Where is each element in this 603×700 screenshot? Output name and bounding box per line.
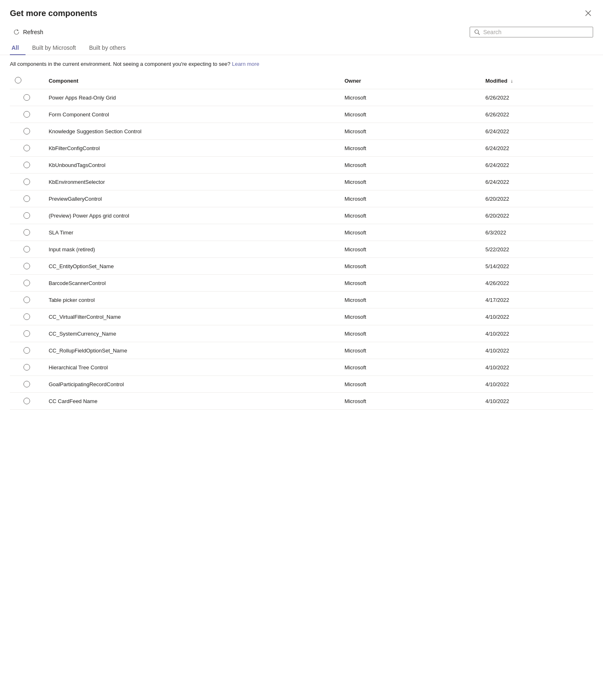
row-checkbox[interactable] xyxy=(23,229,30,236)
owner-cell: Microsoft xyxy=(340,207,480,224)
component-name-cell: CC_RollupFieldOptionSet_Name xyxy=(44,342,340,359)
row-checkbox-cell xyxy=(10,207,44,224)
row-checkbox[interactable] xyxy=(23,297,30,303)
row-checkbox-cell xyxy=(10,157,44,174)
table-row: (Preview) Power Apps grid control Micros… xyxy=(10,207,593,224)
row-checkbox[interactable] xyxy=(23,212,30,219)
svg-line-1 xyxy=(478,33,480,35)
tabs-container: All Built by Microsoft Built by others xyxy=(0,41,603,55)
table-row: Table picker control Microsoft 4/17/2022 xyxy=(10,292,593,308)
table-row: Input mask (retired) Microsoft 5/22/2022 xyxy=(10,241,593,258)
table-row: Hierarchical Tree Control Microsoft 4/10… xyxy=(10,359,593,376)
modified-cell: 4/10/2022 xyxy=(480,342,593,359)
owner-cell: Microsoft xyxy=(340,190,480,207)
owner-cell: Microsoft xyxy=(340,106,480,123)
modified-cell: 4/10/2022 xyxy=(480,376,593,393)
info-bar: All components in the current environmen… xyxy=(0,55,603,73)
learn-more-link[interactable]: Learn more xyxy=(232,61,259,67)
header-checkbox-cell xyxy=(10,73,44,89)
table-row: CC_SystemCurrency_Name Microsoft 4/10/20… xyxy=(10,325,593,342)
row-checkbox-cell xyxy=(10,258,44,275)
tab-all[interactable]: All xyxy=(10,41,26,55)
row-checkbox[interactable] xyxy=(23,381,30,387)
owner-cell: Microsoft xyxy=(340,241,480,258)
component-name-cell: Table picker control xyxy=(44,292,340,308)
table-body: Power Apps Read-Only Grid Microsoft 6/26… xyxy=(10,89,593,410)
table-row: KbFilterConfigControl Microsoft 6/24/202… xyxy=(10,140,593,157)
table-row: Power Apps Read-Only Grid Microsoft 6/26… xyxy=(10,89,593,106)
info-text: All components in the current environmen… xyxy=(10,61,230,67)
close-icon xyxy=(585,10,591,16)
component-name-cell: SLA Timer xyxy=(44,224,340,241)
component-name-cell: Knowledge Suggestion Section Control xyxy=(44,123,340,140)
owner-cell: Microsoft xyxy=(340,89,480,106)
component-name-cell: GoalParticipatingRecordControl xyxy=(44,376,340,393)
row-checkbox[interactable] xyxy=(23,330,30,337)
table-row: CC_RollupFieldOptionSet_Name Microsoft 4… xyxy=(10,342,593,359)
row-checkbox[interactable] xyxy=(23,195,30,202)
modified-cell: 4/10/2022 xyxy=(480,308,593,325)
components-table: Component Owner Modified ↓ Pow xyxy=(10,73,593,410)
modified-cell: 6/24/2022 xyxy=(480,123,593,140)
row-checkbox-cell xyxy=(10,342,44,359)
modified-cell: 4/26/2022 xyxy=(480,275,593,292)
row-checkbox[interactable] xyxy=(23,313,30,320)
dialog-header: Get more components xyxy=(0,0,603,23)
component-name-cell: Form Component Control xyxy=(44,106,340,123)
row-checkbox[interactable] xyxy=(23,246,30,253)
select-all-checkbox[interactable] xyxy=(15,77,21,83)
header-owner: Owner xyxy=(340,73,480,89)
row-checkbox-cell xyxy=(10,190,44,207)
table-row: BarcodeScannerControl Microsoft 4/26/202… xyxy=(10,275,593,292)
get-more-components-dialog: Get more components Refresh All xyxy=(0,0,603,700)
component-name-cell: Power Apps Read-Only Grid xyxy=(44,89,340,106)
row-checkbox-cell xyxy=(10,174,44,190)
modified-cell: 5/14/2022 xyxy=(480,258,593,275)
modified-cell: 6/26/2022 xyxy=(480,106,593,123)
modified-cell: 6/20/2022 xyxy=(480,190,593,207)
owner-cell: Microsoft xyxy=(340,376,480,393)
dialog-title: Get more components xyxy=(10,9,97,18)
component-name-cell: Input mask (retired) xyxy=(44,241,340,258)
row-checkbox[interactable] xyxy=(23,347,30,354)
row-checkbox[interactable] xyxy=(23,280,30,286)
header-modified[interactable]: Modified ↓ xyxy=(480,73,593,89)
row-checkbox[interactable] xyxy=(23,111,30,118)
owner-cell: Microsoft xyxy=(340,140,480,157)
component-name-cell: CC_VirtualFilterControl_Name xyxy=(44,308,340,325)
owner-cell: Microsoft xyxy=(340,157,480,174)
owner-cell: Microsoft xyxy=(340,359,480,376)
owner-cell: Microsoft xyxy=(340,292,480,308)
modified-cell: 6/24/2022 xyxy=(480,140,593,157)
component-name-cell: CC_EntityOptionSet_Name xyxy=(44,258,340,275)
row-checkbox[interactable] xyxy=(23,145,30,151)
row-checkbox[interactable] xyxy=(23,398,30,404)
owner-cell: Microsoft xyxy=(340,393,480,410)
table-row: KbUnboundTagsControl Microsoft 6/24/2022 xyxy=(10,157,593,174)
modified-cell: 5/22/2022 xyxy=(480,241,593,258)
owner-cell: Microsoft xyxy=(340,174,480,190)
row-checkbox[interactable] xyxy=(23,364,30,371)
search-input[interactable] xyxy=(483,29,589,35)
row-checkbox[interactable] xyxy=(23,94,30,101)
tab-built-by-others[interactable]: Built by others xyxy=(82,41,132,55)
modified-cell: 6/3/2022 xyxy=(480,224,593,241)
refresh-icon xyxy=(13,29,20,35)
table-row: Form Component Control Microsoft 6/26/20… xyxy=(10,106,593,123)
table-row: Knowledge Suggestion Section Control Mic… xyxy=(10,123,593,140)
tab-built-by-microsoft[interactable]: Built by Microsoft xyxy=(26,41,83,55)
row-checkbox-cell xyxy=(10,393,44,410)
row-checkbox-cell xyxy=(10,308,44,325)
row-checkbox[interactable] xyxy=(23,162,30,168)
row-checkbox[interactable] xyxy=(23,263,30,269)
row-checkbox-cell xyxy=(10,224,44,241)
row-checkbox[interactable] xyxy=(23,128,30,134)
refresh-button[interactable]: Refresh xyxy=(10,26,47,38)
table-row: CC_EntityOptionSet_Name Microsoft 5/14/2… xyxy=(10,258,593,275)
close-button[interactable] xyxy=(583,8,593,18)
row-checkbox[interactable] xyxy=(23,178,30,185)
modified-cell: 4/10/2022 xyxy=(480,393,593,410)
component-name-cell: KbFilterConfigControl xyxy=(44,140,340,157)
owner-cell: Microsoft xyxy=(340,258,480,275)
row-checkbox-cell xyxy=(10,376,44,393)
